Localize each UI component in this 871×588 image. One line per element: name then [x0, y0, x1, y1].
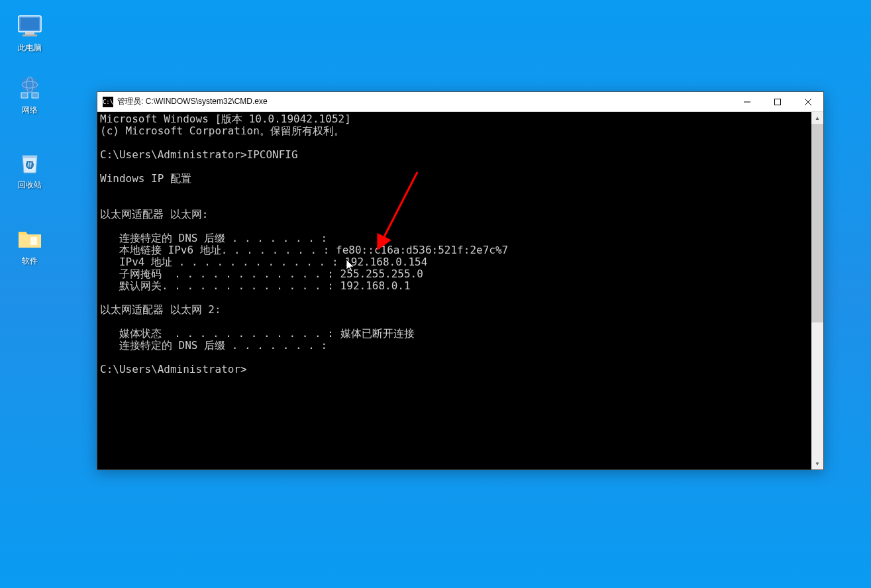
svg-rect-2	[25, 32, 34, 34]
maximize-button[interactable]	[762, 92, 793, 111]
window-controls	[732, 92, 823, 111]
desktop-icon-recycle-bin[interactable]: 回收站	[7, 149, 53, 191]
window-titlebar[interactable]: C:\ 管理员: C:\WINDOWS\system32\CMD.exe	[97, 92, 823, 112]
desktop-icon-this-pc[interactable]: 此电脑	[7, 12, 53, 54]
svg-rect-12	[775, 99, 781, 105]
desktop-icon-label: 此电脑	[18, 42, 42, 54]
network-icon	[16, 74, 44, 102]
folder-icon	[16, 225, 44, 253]
svg-rect-10	[30, 237, 37, 245]
svg-rect-1	[21, 18, 39, 30]
svg-rect-7	[21, 93, 28, 98]
desktop-icon-network[interactable]: 网络	[7, 74, 53, 116]
window-title: 管理员: C:\WINDOWS\system32\CMD.exe	[117, 96, 732, 107]
recycle-bin-icon	[16, 149, 44, 177]
svg-point-4	[22, 77, 38, 93]
desktop-icon-label: 软件	[22, 256, 38, 267]
scrollbar-thumb[interactable]	[811, 124, 823, 322]
desktop-icon-software[interactable]: 软件	[7, 225, 53, 267]
desktop-icon-label: 网络	[22, 105, 38, 116]
desktop-icon-label: 回收站	[18, 179, 42, 191]
scrollbar-down-button[interactable]: ▼	[811, 458, 823, 469]
svg-rect-8	[32, 93, 38, 98]
terminal-body: Microsoft Windows [版本 10.0.19042.1052] (…	[97, 112, 823, 469]
cmd-window: C:\ 管理员: C:\WINDOWS\system32\CMD.exe Mic…	[97, 91, 824, 470]
svg-rect-3	[23, 34, 37, 36]
cmd-icon: C:\	[103, 97, 113, 107]
scrollbar[interactable]: ▲ ▼	[811, 112, 823, 469]
close-button[interactable]	[793, 92, 823, 111]
this-pc-icon	[16, 12, 44, 40]
scrollbar-up-button[interactable]: ▲	[811, 112, 823, 124]
minimize-button[interactable]	[732, 92, 762, 111]
terminal-output[interactable]: Microsoft Windows [版本 10.0.19042.1052] (…	[97, 112, 811, 469]
